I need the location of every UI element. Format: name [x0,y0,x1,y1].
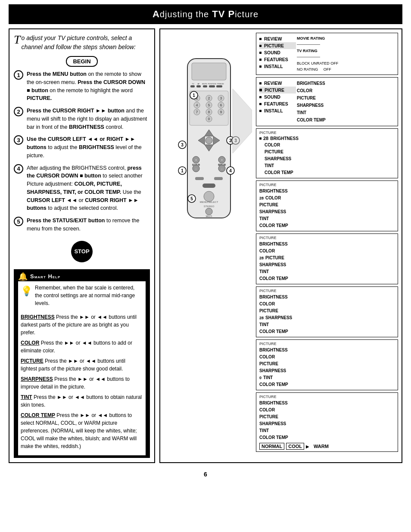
p4-items: BRIGHTNESS 28 COLOR PICTURE SHARPNESS TI… [259,188,395,229]
menu-panel-7: PICTURE BRIGHTNESS COLOR PICTURE SHARPNE… [256,339,398,390]
page-header: Adjusting the TV Picture [9,4,402,24]
p8-items: BRIGHTNESS COLOR PICTURE SHARPNESS TINT … [259,400,395,441]
sh-picture: PICTURE Press the ►► or ◄◄ buttons until… [21,357,143,373]
p2-colortemp: COLOR TEMP [297,116,395,124]
svg-text:TV: TV [192,83,194,85]
p7-tint-row: 0 TINT [259,374,395,381]
right-column: TV AF MUTE POSITION FREEZE [159,28,402,463]
svg-text:5: 5 [208,103,210,107]
menu-panel-6: PICTURE BRIGHTNESS COLOR PICTURE 28 SHAR… [256,286,398,337]
svg-text:3: 3 [220,96,222,100]
svg-text:4: 4 [196,103,198,107]
p2-picture: PICTURE [259,87,296,93]
svg-text:STEREO: STEREO [204,205,215,208]
p4-panel-title: PICTURE [259,183,395,187]
smart-help-section: 🔔 Smart Help 💡 Remember, when the bar sc… [14,269,150,458]
svg-rect-8 [196,85,201,87]
panel1-sound: SOUND [259,49,296,56]
panel1-movie-rating-label: MOVIE RATING [297,35,395,41]
p8-panel-title: PICTURE [259,395,395,399]
smart-help-intro: Remember, when the bar scale is centered… [35,284,143,307]
panel1-review: REVIEW [259,35,296,42]
p5-items: BRIGHTNESS COLOR 28 PICTURE SHARPNESS TI… [259,241,395,282]
step-5-text: Press the STATUS/EXIT button to remove t… [27,217,150,233]
menu-panel-8: PICTURE BRIGHTNESS COLOR PICTURE SHARPNE… [256,392,398,452]
sh-brightness: BRIGHTNESS Press the ►► or ◄◄ buttons un… [21,313,143,336]
p2-review: REVIEW [259,80,296,87]
p4-color-row: 28 COLOR [259,195,395,202]
sh-sharpness: SHARPNESS Press the ►► or ◄◄ buttons to … [21,375,143,391]
left-column: T o adjust your TV picture controls, sel… [9,28,155,463]
sh-color: COLOR Press the ►► or ◄◄ buttons to add … [21,339,143,355]
step-1-number: 1 [14,70,23,80]
step-5-number: 5 [14,217,23,226]
svg-point-37 [206,137,212,144]
menu-panel-4: PICTURE BRIGHTNESS 28 COLOR PICTURE SHAR… [256,180,398,231]
p2-color: COLOR [297,87,395,94]
svg-point-56 [206,208,212,215]
step-2: 2 Press the CURSOR RIGHT ►► button and t… [14,107,150,131]
panel1-right: MOVIE RATING —————— TV RATING —————— BLO… [297,35,395,72]
svg-rect-51 [214,177,223,180]
page-number: 6 [0,471,411,478]
p6-panel-title: PICTURE [259,289,395,293]
p3-sel-dot [259,137,262,140]
smart-help-title: 🔔 Smart Help [18,272,146,281]
svg-text:2: 2 [208,96,210,100]
p5-panel-title: PICTURE [259,236,395,240]
header-title: Adjusting the TV Picture [153,9,258,19]
svg-rect-7 [190,85,195,87]
svg-point-53 [204,191,214,202]
step-4-text: After adjusting the BRIGHTNESS control, … [27,164,150,213]
p5-val: 28 [259,255,264,261]
p2-brightness: BRIGHTNESS [297,80,395,87]
smart-help-body: 💡 Remember, when the bar scale is center… [18,281,146,455]
sh-tint: TINT Press the ►► or ◄◄ buttons to obtai… [21,393,143,409]
svg-text:+: + [195,159,197,162]
stop-badge: STOP [71,241,93,262]
svg-text:MULTI: MULTI [206,215,212,218]
svg-text:AF: AF [197,83,200,85]
svg-rect-1 [192,63,226,80]
svg-text:MUTE: MUTE [202,83,207,85]
cool-label: COOL [286,443,304,450]
remote-svg: TV AF MUTE POSITION FREEZE [166,33,252,257]
svg-text:MENU/SELECT: MENU/SELECT [200,201,218,203]
menu-panel-2: REVIEW PICTURE SOUND FEATURES [256,77,398,126]
svg-text:1: 1 [193,93,195,98]
p2-sharpness: SHARPNESS [297,102,395,109]
svg-text:+: + [221,159,223,162]
p6-sharp-row: 28 SHARPNESS [259,314,395,321]
svg-text:5: 5 [190,196,193,201]
p6-items: BRIGHTNESS COLOR PICTURE 28 SHARPNESS TI… [259,294,395,335]
p3-val: 28 [263,136,268,141]
panel2-right: BRIGHTNESS COLOR PICTURE SHARPNESS TINT … [297,80,395,124]
warm-label: WARM [314,444,329,449]
svg-text:3: 3 [181,143,184,147]
svg-text:1: 1 [181,168,184,173]
step-2-number: 2 [14,107,23,116]
svg-text:9: 9 [220,110,222,114]
menu-panel-3: PICTURE 28 BRIGHTNESS COLOR PICTURE SHAR… [256,128,398,178]
panel1-tv-rating-label: TV RATING [297,48,395,54]
p2-sound: SOUND [259,93,296,100]
step-1: 1 Press the MENU button on the remote to… [14,70,150,103]
begin-badge: BEGIN [66,56,97,67]
p4-val: 28 [259,195,264,201]
svg-text:POSITION: POSITION [208,83,216,85]
p8-temp-labels: NORMAL COOL ▶ WARM [259,443,395,450]
intro-body: o adjust your TV picture controls, selec… [22,34,136,50]
p7-val: 0 [259,375,262,381]
step-3-number: 3 [14,135,23,145]
step-4: 4 After adjusting the BRIGHTNESS control… [14,164,150,213]
svg-rect-10 [209,85,215,87]
panel1-dashes2: —————— [297,54,395,60]
smart-help-label: Smart Help [30,273,60,280]
svg-text:6: 6 [220,103,222,107]
step-4-number: 4 [14,164,23,174]
p2-picture-item: PICTURE [297,94,395,102]
temp-arrow: ▶ [306,444,309,449]
menu-panels-area: REVIEW PICTURE SOUND FEATURES [256,33,398,459]
panel2-left: REVIEW PICTURE SOUND FEATURES [259,80,296,124]
menu-panel-1: REVIEW PICTURE SOUND FEATURES [256,33,398,75]
